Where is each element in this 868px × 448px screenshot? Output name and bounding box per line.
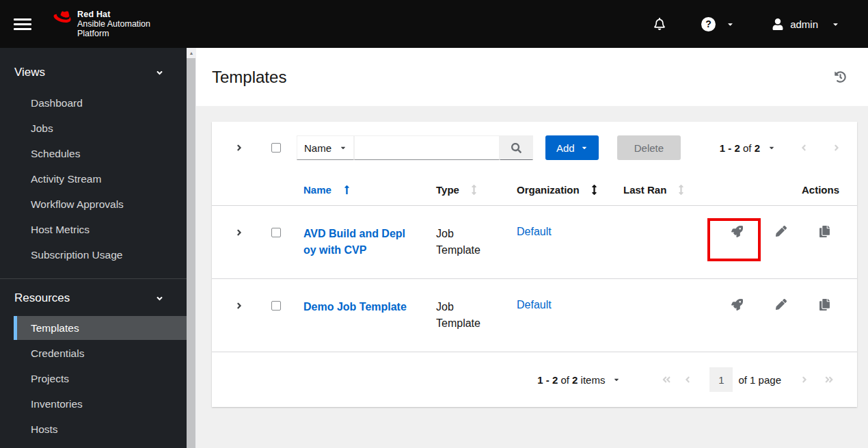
table-header-row: Name Type Organization Last Ran Actions (212, 174, 857, 206)
angle-double-right-icon (821, 375, 834, 384)
column-header-type[interactable]: Type (436, 184, 517, 196)
user-menu[interactable]: admin (772, 18, 839, 30)
brand-logo[interactable]: Red Hat Ansible Automation Platform (53, 10, 150, 38)
row-expand-button[interactable] (235, 301, 243, 311)
per-page-caret-down-icon[interactable] (613, 376, 620, 383)
angle-right-icon (832, 143, 841, 153)
chevron-down-icon (155, 294, 164, 303)
page-title: Templates (212, 68, 286, 87)
caret-down-icon (340, 144, 347, 151)
row-expand-button[interactable] (235, 228, 243, 237)
column-header-actions: Actions (708, 184, 857, 196)
sidebar-nav: Views Dashboard Jobs Schedules Activity … (0, 48, 187, 448)
launch-template-button[interactable] (731, 299, 743, 311)
organization-link[interactable]: Default (517, 299, 552, 311)
copy-template-button[interactable] (819, 299, 830, 311)
scrollbar-up-arrow-icon[interactable]: ▲ (187, 48, 196, 58)
filter-type-select[interactable]: Name (297, 135, 354, 160)
username-label: admin (790, 18, 818, 30)
chevron-down-icon (155, 68, 164, 77)
search-icon (511, 143, 521, 153)
first-page-button[interactable] (658, 375, 671, 384)
table-row: AVD Build and Deploy with CVP Job Templa… (212, 206, 857, 279)
history-icon (835, 71, 846, 83)
bottom-pagination: 1 - 2 of 2 items of 1 page (212, 352, 857, 407)
pencil-edit-icon (776, 299, 787, 310)
sidebar-item-jobs[interactable]: Jobs (0, 116, 187, 141)
scrollbar-thumb[interactable] (187, 58, 195, 448)
edit-template-button[interactable] (776, 226, 787, 237)
sort-icon (470, 185, 478, 195)
product-name-line1: Ansible Automation (77, 19, 150, 29)
current-page-input[interactable] (709, 367, 733, 392)
rocket-launch-icon (731, 226, 743, 237)
template-type: Job Template (436, 299, 517, 332)
prev-page-button[interactable] (683, 375, 692, 384)
sidebar-item-projects[interactable]: Projects (0, 366, 187, 391)
copy-template-button[interactable] (819, 226, 830, 237)
ansible-automation-platform-app: Red Hat Ansible Automation Platform ? ad… (0, 0, 868, 448)
copy-icon (819, 299, 830, 311)
column-header-last-ran[interactable]: Last Ran (623, 184, 708, 196)
rocket-launch-icon (731, 299, 743, 311)
sort-icon (591, 185, 598, 195)
search-input[interactable] (354, 135, 500, 160)
template-name-link[interactable]: Demo Job Template (303, 299, 407, 315)
template-type: Job Template (436, 226, 517, 259)
sidebar-scrollbar[interactable]: ▲ (187, 48, 196, 448)
row-checkbox[interactable] (271, 228, 281, 237)
top-pagination: 1 - 2 of 2 (720, 142, 841, 154)
column-header-name[interactable]: Name (297, 184, 436, 196)
sidebar-item-schedules[interactable]: Schedules (0, 141, 187, 166)
select-all-checkbox[interactable] (271, 143, 281, 153)
template-name-link[interactable]: AVD Build and Deploy with CVP (303, 226, 411, 259)
main-content: Templates Name Ad (196, 48, 868, 448)
sidebar-item-templates[interactable]: Templates (14, 316, 187, 340)
table-row: Demo Job Template Job Template Default (212, 279, 857, 352)
expand-all-button[interactable] (223, 135, 256, 160)
filter-type-value: Name (304, 142, 331, 154)
copy-icon (819, 226, 830, 237)
angle-right-icon (235, 228, 243, 237)
nav-section-resources[interactable]: Resources (0, 283, 187, 313)
sidebar-item-dashboard[interactable]: Dashboard (0, 90, 187, 116)
page-header: Templates (196, 48, 868, 106)
search-button[interactable] (500, 135, 533, 160)
next-page-button[interactable] (800, 375, 809, 384)
masthead: Red Hat Ansible Automation Platform ? ad… (0, 0, 868, 48)
pagination-caret-down-icon[interactable] (768, 144, 775, 151)
delete-button[interactable]: Delete (617, 135, 681, 160)
row-checkbox[interactable] (271, 301, 281, 311)
sidebar-item-host-metrics[interactable]: Host Metrics (0, 217, 187, 242)
last-page-button[interactable] (821, 375, 834, 384)
angle-left-icon (683, 375, 692, 384)
nav-section-views[interactable]: Views (0, 57, 187, 88)
angle-right-icon (235, 143, 243, 153)
angle-double-left-icon (658, 375, 671, 384)
column-header-organization[interactable]: Organization (517, 184, 623, 196)
notifications-bell-icon[interactable] (653, 18, 666, 30)
prev-page-button[interactable] (800, 143, 808, 153)
edit-template-button[interactable] (776, 299, 787, 310)
next-page-button[interactable] (832, 143, 841, 153)
templates-list-card: Name Add Delete 1 - 2 of 2 (212, 122, 857, 407)
help-menu[interactable]: ? (701, 17, 734, 31)
help-question-icon: ? (701, 17, 716, 31)
sidebar-item-hosts[interactable]: Hosts (0, 417, 187, 442)
history-refresh-button[interactable] (835, 71, 846, 83)
sidebar-item-activity-stream[interactable]: Activity Stream (0, 166, 187, 192)
sidebar-item-workflow-approvals[interactable]: Workflow Approvals (0, 192, 187, 217)
nav-toggle-hamburger-icon[interactable] (14, 16, 31, 33)
sidebar-item-inventories[interactable]: Inventories (0, 391, 187, 417)
add-button[interactable]: Add (545, 135, 599, 160)
sidebar-item-credentials[interactable]: Credentials (0, 341, 187, 366)
sidebar-item-subscription-usage[interactable]: Subscription Usage (0, 242, 187, 267)
launch-template-button[interactable] (731, 226, 743, 237)
organization-link[interactable]: Default (517, 226, 552, 237)
sidebar-divider (0, 278, 187, 283)
caret-down-icon (581, 144, 588, 151)
page-count-label: of 1 page (738, 374, 781, 386)
help-caret-down-icon (727, 21, 734, 28)
user-caret-down-icon (832, 21, 839, 28)
angle-right-icon (800, 375, 809, 384)
